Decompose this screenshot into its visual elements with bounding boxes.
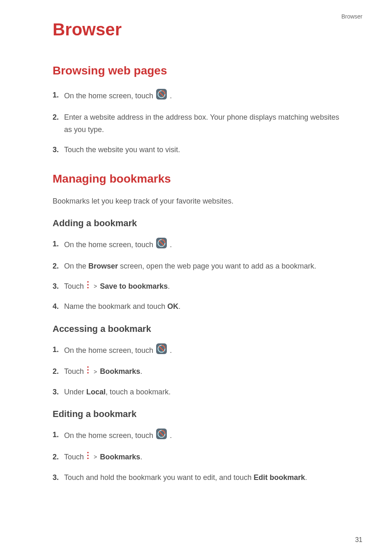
step-number: 2. xyxy=(53,260,59,273)
sub-editing-title: Editing a bookmark xyxy=(53,409,339,419)
step-text: Touch xyxy=(64,282,86,290)
list-item: 4. Name the bookmark and touch OK. xyxy=(53,300,339,313)
sub-accessing-title: Accessing a bookmark xyxy=(53,324,339,334)
svg-rect-12 xyxy=(88,366,89,368)
gt-separator: > xyxy=(94,454,97,460)
sub-adding-title: Adding a bookmark xyxy=(53,218,339,229)
bold-local: Local xyxy=(86,388,106,396)
bold-browser: Browser xyxy=(88,262,118,270)
step-text-post: screen, open the web page you want to ad… xyxy=(118,262,316,270)
step-text: Enter a website address in the address b… xyxy=(64,113,339,134)
overflow-menu-icon xyxy=(87,280,89,293)
list-item: 2. Touch > Bookmarks. xyxy=(53,451,339,464)
page-header-label: Browser xyxy=(341,13,362,20)
step-text: On the home screen, touch xyxy=(64,241,155,249)
section-browsing-title: Browsing web pages xyxy=(53,64,339,77)
svg-rect-7 xyxy=(88,284,89,285)
list-item: 1. On the home screen, touch . xyxy=(53,343,339,358)
browser-app-icon xyxy=(156,89,167,104)
bold-bookmarks: Bookmarks xyxy=(100,453,140,461)
step-text-post: . xyxy=(170,92,172,100)
list-item: 3. Touch > Save to bookmarks. xyxy=(53,280,339,293)
browser-app-icon xyxy=(156,429,167,443)
step-text-post: . xyxy=(178,302,180,310)
accessing-steps: 1. On the home screen, touch . 2. Touch xyxy=(53,343,339,398)
svg-rect-20 xyxy=(88,458,89,459)
step-text: Under xyxy=(64,388,86,396)
step-text-post: . xyxy=(140,453,142,461)
step-text: On the home screen, touch xyxy=(64,431,155,440)
svg-rect-8 xyxy=(88,287,89,288)
list-item: 3. Touch the website you want to visit. xyxy=(53,144,339,156)
list-item: 2. Touch > Bookmarks. xyxy=(53,365,339,378)
overflow-menu-icon xyxy=(87,366,89,378)
step-text-post: . xyxy=(170,431,172,440)
svg-rect-18 xyxy=(88,452,89,453)
svg-rect-6 xyxy=(88,281,89,283)
editing-steps: 1. On the home screen, touch . 2. Touch xyxy=(53,429,339,484)
list-item: 1. On the home screen, touch . xyxy=(53,429,339,443)
step-number: 1. xyxy=(53,89,59,102)
bold-ok: OK xyxy=(167,302,178,310)
list-item: 2. On the Browser screen, open the web p… xyxy=(53,260,339,273)
step-number: 3. xyxy=(53,471,59,484)
gt-separator: > xyxy=(94,283,97,290)
step-number: 1. xyxy=(53,238,59,250)
step-number: 3. xyxy=(53,280,59,293)
step-number: 1. xyxy=(53,429,59,441)
step-number: 2. xyxy=(53,365,59,378)
step-text: Touch and hold the bookmark you want to … xyxy=(64,473,254,482)
step-text: Name the bookmark and touch xyxy=(64,302,167,310)
page-title: Browser xyxy=(53,20,339,39)
list-item: 2. Enter a website address in the addres… xyxy=(53,111,339,136)
bold-save-to-bookmarks: Save to bookmarks xyxy=(100,282,168,290)
step-number: 2. xyxy=(53,451,59,463)
svg-rect-14 xyxy=(88,372,89,373)
list-item: 3. Under Local, touch a bookmark. xyxy=(53,386,339,398)
step-text: On the home screen, touch xyxy=(64,92,155,100)
bold-bookmarks: Bookmarks xyxy=(100,367,140,375)
step-number: 3. xyxy=(53,386,59,398)
browsing-steps: 1. On the home screen, touch . 2. Enter … xyxy=(53,89,339,156)
svg-rect-19 xyxy=(88,455,89,456)
step-number: 3. xyxy=(53,144,59,156)
step-text: Touch xyxy=(64,367,86,375)
page-number: 31 xyxy=(355,536,362,544)
step-text-post: . xyxy=(170,346,172,354)
gt-separator: > xyxy=(94,368,97,375)
section-bookmarks-title: Managing bookmarks xyxy=(53,172,339,185)
browser-app-icon xyxy=(156,343,167,358)
step-number: 1. xyxy=(53,343,59,356)
svg-rect-13 xyxy=(88,369,89,371)
browser-app-icon xyxy=(156,238,167,253)
page-content: Browser Browsing web pages 1. On the hom… xyxy=(0,0,392,484)
list-item: 1. On the home screen, touch . xyxy=(53,89,339,104)
overflow-menu-icon xyxy=(87,451,89,464)
step-text-post: . xyxy=(305,473,307,482)
section-bookmarks-intro: Bookmarks let you keep track of your fav… xyxy=(53,197,339,206)
step-text: On the xyxy=(64,262,88,270)
step-text: On the home screen, touch xyxy=(64,346,155,354)
step-text-post: . xyxy=(140,367,142,375)
list-item: 3. Touch and hold the bookmark you want … xyxy=(53,471,339,484)
adding-steps: 1. On the home screen, touch . 2. On the… xyxy=(53,238,339,313)
step-number: 4. xyxy=(53,300,59,313)
list-item: 1. On the home screen, touch . xyxy=(53,238,339,253)
step-number: 2. xyxy=(53,111,59,124)
step-text-post: . xyxy=(170,241,172,249)
bold-edit-bookmark: Edit bookmark xyxy=(254,473,305,482)
step-text: Touch the website you want to visit. xyxy=(64,146,180,154)
step-text-post: . xyxy=(168,282,170,290)
step-text: Touch xyxy=(64,453,86,461)
step-text-post: , touch a bookmark. xyxy=(106,388,171,396)
